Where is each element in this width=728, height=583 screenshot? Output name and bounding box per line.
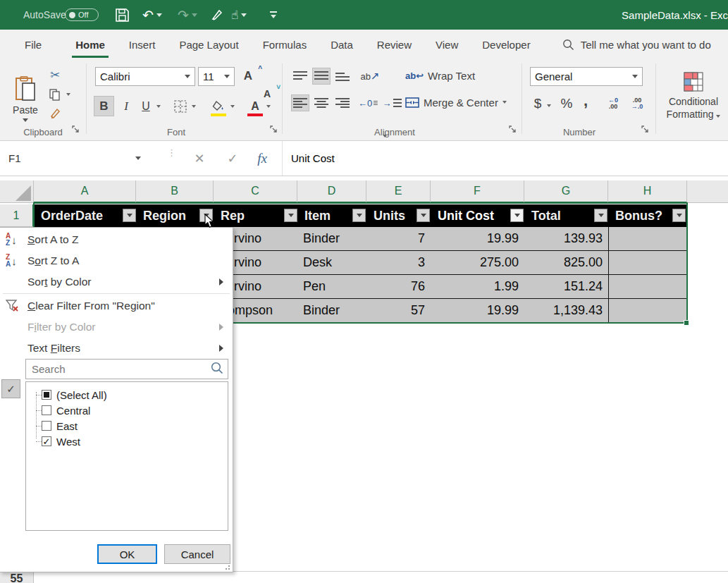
column-header-a[interactable]: A (34, 180, 136, 203)
cell-units[interactable]: 57 (366, 299, 431, 322)
cell-item[interactable]: Pen (297, 275, 366, 298)
menu-item-sort-z-to-a[interactable]: ZA↓ Sort Z to A (1, 250, 232, 271)
currency-button[interactable]: $ (530, 94, 545, 113)
quick-brush-button[interactable] (210, 0, 224, 30)
copy-dropdown-icon[interactable] (66, 93, 70, 96)
cell-item[interactable]: Desk (297, 251, 366, 274)
cell-bonus[interactable] (608, 275, 687, 298)
tab-review[interactable]: Review (365, 30, 424, 59)
orientation-button[interactable]: ab↗ (359, 68, 381, 85)
touch-mode-button[interactable]: ☝ (231, 0, 247, 30)
tab-file[interactable]: File (13, 30, 54, 59)
filter-button-bonus[interactable] (672, 209, 686, 222)
insert-function-button[interactable]: fx (247, 141, 278, 176)
cell-units[interactable]: 76 (366, 275, 431, 298)
filter-button-rep[interactable] (284, 209, 297, 222)
filter-button-total[interactable] (594, 209, 607, 222)
column-header-d[interactable]: D (297, 180, 366, 203)
column-header-f[interactable]: F (431, 180, 524, 203)
cell-unit-cost[interactable]: 19.99 (431, 299, 524, 322)
floating-check-button[interactable]: ✓ (1, 379, 20, 398)
tell-me-box[interactable]: Tell me what you want to do (562, 30, 711, 59)
paste-button[interactable]: Paste (7, 65, 44, 133)
cell-total[interactable]: 151.24 (524, 275, 608, 298)
middle-align-button[interactable] (312, 68, 331, 85)
decrease-decimal-button[interactable]: .00→.0 (627, 94, 647, 113)
column-header-c[interactable]: C (214, 180, 297, 203)
formula-bar-splitter[interactable]: ⋮ (167, 150, 176, 156)
italic-button[interactable]: I (117, 96, 135, 116)
formula-input[interactable]: Unit Cost (282, 141, 728, 176)
cell-bonus[interactable] (608, 227, 687, 250)
merge-center-button[interactable]: Merge & Center (405, 93, 539, 111)
cancel-button[interactable]: Cancel (164, 544, 230, 564)
name-box[interactable]: F1 (0, 141, 149, 176)
column-header-b[interactable]: B (136, 180, 214, 203)
column-header-g[interactable]: G (524, 180, 608, 203)
column-header-h[interactable]: H (608, 180, 687, 203)
filter-value-east[interactable]: East (26, 418, 228, 434)
wrap-text-button[interactable]: ab↩ Wrap Text (405, 66, 529, 85)
number-dialog-launcher[interactable] (641, 125, 650, 134)
cell-unit-cost[interactable]: 19.99 (431, 227, 524, 250)
select-all-corner[interactable] (0, 180, 34, 203)
font-color-button[interactable]: A (246, 96, 264, 116)
underline-button[interactable]: U (137, 96, 155, 116)
filter-value-central[interactable]: Central (26, 403, 228, 418)
checkbox-unchecked[interactable] (42, 421, 51, 431)
filter-value-west[interactable]: ✓ West (26, 434, 228, 449)
clipboard-dialog-launcher[interactable] (72, 125, 80, 134)
font-size-combo[interactable]: 11 (198, 67, 235, 86)
currency-dropdown-icon[interactable] (547, 104, 551, 107)
align-left-button[interactable] (291, 94, 309, 111)
cut-button[interactable]: ✂ (47, 68, 63, 82)
tab-formulas[interactable]: Formulas (251, 30, 319, 59)
font-name-combo[interactable]: Calibri (95, 67, 195, 86)
percent-button[interactable]: % (557, 94, 576, 113)
cell-total[interactable]: 1,139.43 (524, 299, 608, 322)
menu-item-text-filters[interactable]: Text Filters (1, 338, 232, 359)
increase-indent-button[interactable]: → (382, 94, 402, 111)
decrease-indent-button[interactable]: ←0 (358, 94, 378, 111)
cell-units[interactable]: 7 (366, 227, 431, 250)
number-format-combo[interactable]: General (530, 67, 643, 86)
autosave-toggle[interactable]: Off (65, 0, 99, 30)
cell-unit-cost[interactable]: 275.00 (431, 251, 524, 274)
resize-grip[interactable] (223, 563, 230, 570)
tab-insert[interactable]: Insert (117, 30, 168, 59)
tab-developer[interactable]: Developer (470, 30, 542, 59)
alignment-dialog-launcher[interactable] (509, 125, 517, 134)
filter-button-orderdate[interactable] (123, 209, 136, 222)
cell-total[interactable]: 139.93 (524, 227, 608, 250)
tab-home[interactable]: Home (63, 30, 117, 59)
filter-button-item[interactable] (352, 209, 366, 222)
filter-search-input[interactable] (26, 363, 211, 375)
cell-item[interactable]: Binder (297, 227, 366, 250)
borders-dropdown-icon[interactable] (192, 105, 196, 108)
checkbox-unchecked[interactable] (42, 405, 51, 415)
checkbox-checked[interactable]: ✓ (42, 436, 51, 446)
comma-style-button[interactable]: 9, (579, 92, 593, 110)
checkbox-indeterminate[interactable] (42, 390, 51, 400)
enter-entry-button[interactable]: ✓ (217, 141, 248, 176)
cell-item[interactable]: Binder (297, 299, 366, 322)
filter-button-unit-cost[interactable] (510, 209, 524, 222)
header-cell-orderdate[interactable]: OrderDate (34, 204, 136, 227)
borders-button[interactable] (171, 97, 190, 116)
row-header-55[interactable]: 55 (0, 572, 34, 583)
customize-qat-button[interactable] (270, 0, 277, 30)
top-align-button[interactable] (291, 68, 309, 85)
fill-color-button[interactable] (209, 96, 228, 116)
bold-button[interactable]: B (94, 96, 114, 116)
increase-decimal-button[interactable]: ←0.00 (603, 94, 623, 113)
center-button[interactable] (312, 94, 331, 111)
undo-button[interactable]: ↶ (142, 0, 162, 30)
copy-button[interactable] (47, 87, 63, 102)
ok-button[interactable]: OK (97, 544, 157, 564)
grow-font-button[interactable]: A^ (240, 68, 256, 85)
row-header-1[interactable]: 1 (0, 204, 34, 227)
align-right-button[interactable] (333, 94, 352, 111)
menu-item-clear-filter[interactable]: Clear Filter From "Region" (1, 295, 232, 317)
fill-color-dropdown-icon[interactable] (230, 105, 235, 108)
font-dialog-launcher[interactable] (270, 125, 278, 134)
